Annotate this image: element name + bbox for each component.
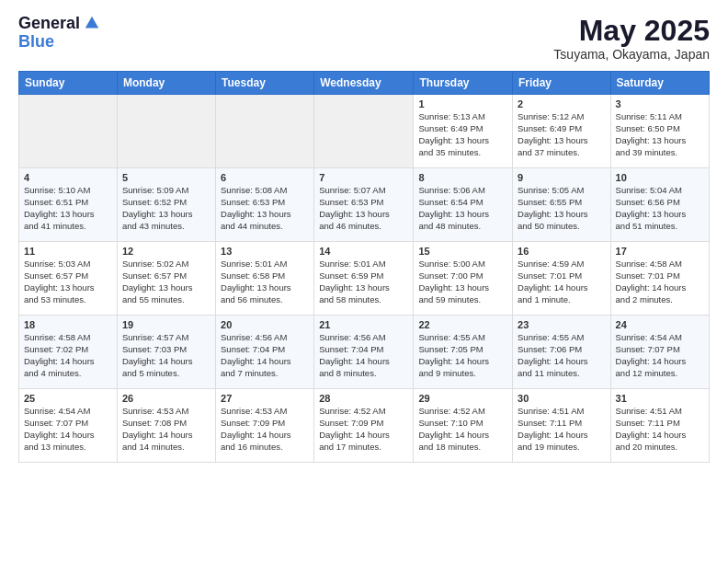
month-year: May 2025 [553, 15, 710, 47]
calendar-body: 1Sunrise: 5:13 AMSunset: 6:49 PMDaylight… [19, 95, 710, 463]
day-info: Sunrise: 4:55 AMSunset: 7:05 PMDaylight:… [418, 332, 507, 379]
day-info: Sunrise: 5:00 AMSunset: 7:00 PMDaylight:… [418, 259, 507, 305]
calendar-cell [314, 95, 414, 168]
day-info: Sunrise: 4:58 AMSunset: 7:02 PMDaylight:… [24, 332, 112, 379]
day-info: Sunrise: 4:54 AMSunset: 7:07 PMDaylight:… [616, 332, 704, 379]
day-number: 10 [616, 172, 704, 183]
day-info: Sunrise: 4:59 AMSunset: 7:01 PMDaylight:… [518, 259, 606, 305]
day-header-saturday: Saturday [610, 72, 709, 95]
page-container: General Blue May 2025 Tsuyama, Okayama, … [0, 0, 728, 481]
day-info: Sunrise: 5:05 AMSunset: 6:55 PMDaylight:… [518, 185, 606, 232]
day-number: 24 [616, 319, 704, 330]
calendar-table: SundayMondayTuesdayWednesdayThursdayFrid… [18, 71, 710, 463]
svg-marker-0 [85, 17, 98, 29]
day-info: Sunrise: 5:12 AMSunset: 6:49 PMDaylight:… [518, 111, 606, 158]
day-number: 3 [616, 98, 704, 109]
day-info: Sunrise: 4:51 AMSunset: 7:11 PMDaylight:… [518, 406, 606, 453]
day-info: Sunrise: 5:10 AMSunset: 6:51 PMDaylight:… [24, 185, 112, 232]
day-info: Sunrise: 4:55 AMSunset: 7:06 PMDaylight:… [518, 332, 606, 379]
day-info: Sunrise: 5:07 AMSunset: 6:53 PMDaylight:… [319, 185, 408, 232]
calendar-cell: 8Sunrise: 5:06 AMSunset: 6:54 PMDaylight… [414, 168, 513, 242]
day-number: 2 [518, 98, 606, 109]
header: General Blue May 2025 Tsuyama, Okayama, … [18, 15, 710, 62]
calendar-cell: 11Sunrise: 5:03 AMSunset: 6:57 PMDayligh… [19, 242, 118, 316]
day-number: 27 [221, 393, 309, 404]
day-number: 31 [616, 393, 704, 404]
day-number: 14 [319, 246, 408, 257]
calendar-cell: 30Sunrise: 4:51 AMSunset: 7:11 PMDayligh… [513, 389, 611, 463]
calendar-cell: 23Sunrise: 4:55 AMSunset: 7:06 PMDayligh… [513, 316, 611, 389]
day-number: 23 [518, 319, 606, 330]
day-number: 17 [616, 246, 704, 257]
calendar-cell: 22Sunrise: 4:55 AMSunset: 7:05 PMDayligh… [414, 316, 513, 389]
week-row-1: 1Sunrise: 5:13 AMSunset: 6:49 PMDaylight… [19, 95, 710, 168]
day-number: 5 [122, 172, 210, 183]
location: Tsuyama, Okayama, Japan [553, 47, 710, 62]
day-info: Sunrise: 4:56 AMSunset: 7:04 PMDaylight:… [319, 332, 408, 379]
day-info: Sunrise: 4:58 AMSunset: 7:01 PMDaylight:… [616, 259, 704, 305]
day-number: 13 [221, 246, 309, 257]
day-info: Sunrise: 5:11 AMSunset: 6:50 PMDaylight:… [616, 111, 704, 158]
calendar-cell: 2Sunrise: 5:12 AMSunset: 6:49 PMDaylight… [513, 95, 611, 168]
calendar-cell: 10Sunrise: 5:04 AMSunset: 6:56 PMDayligh… [610, 168, 709, 242]
day-info: Sunrise: 5:04 AMSunset: 6:56 PMDaylight:… [616, 185, 704, 232]
calendar-cell: 1Sunrise: 5:13 AMSunset: 6:49 PMDaylight… [414, 95, 513, 168]
calendar-cell [117, 95, 215, 168]
day-header-tuesday: Tuesday [216, 72, 314, 95]
day-number: 28 [319, 393, 408, 404]
day-number: 16 [518, 246, 606, 257]
calendar-cell: 20Sunrise: 4:56 AMSunset: 7:04 PMDayligh… [216, 316, 314, 389]
calendar-cell: 25Sunrise: 4:54 AMSunset: 7:07 PMDayligh… [19, 389, 118, 463]
day-info: Sunrise: 4:57 AMSunset: 7:03 PMDaylight:… [122, 332, 210, 379]
day-info: Sunrise: 5:01 AMSunset: 6:58 PMDaylight:… [221, 259, 309, 305]
day-info: Sunrise: 4:56 AMSunset: 7:04 PMDaylight:… [221, 332, 309, 379]
day-header-friday: Friday [513, 72, 611, 95]
day-number: 15 [418, 246, 507, 257]
logo: General Blue [18, 15, 100, 52]
day-number: 8 [418, 172, 507, 183]
day-number: 22 [418, 319, 507, 330]
calendar-cell: 12Sunrise: 5:02 AMSunset: 6:57 PMDayligh… [117, 242, 215, 316]
day-info: Sunrise: 4:53 AMSunset: 7:08 PMDaylight:… [122, 406, 210, 453]
day-number: 7 [319, 172, 408, 183]
day-info: Sunrise: 5:08 AMSunset: 6:53 PMDaylight:… [221, 185, 309, 232]
calendar-cell: 3Sunrise: 5:11 AMSunset: 6:50 PMDaylight… [610, 95, 709, 168]
calendar-header: SundayMondayTuesdayWednesdayThursdayFrid… [19, 72, 710, 95]
calendar-cell: 21Sunrise: 4:56 AMSunset: 7:04 PMDayligh… [314, 316, 414, 389]
calendar-cell: 24Sunrise: 4:54 AMSunset: 7:07 PMDayligh… [610, 316, 709, 389]
week-row-2: 4Sunrise: 5:10 AMSunset: 6:51 PMDaylight… [19, 168, 710, 242]
day-number: 21 [319, 319, 408, 330]
calendar-cell: 18Sunrise: 4:58 AMSunset: 7:02 PMDayligh… [19, 316, 118, 389]
day-number: 12 [122, 246, 210, 257]
day-info: Sunrise: 5:09 AMSunset: 6:52 PMDaylight:… [122, 185, 210, 232]
day-header-thursday: Thursday [414, 72, 513, 95]
day-number: 19 [122, 319, 210, 330]
day-info: Sunrise: 4:52 AMSunset: 7:09 PMDaylight:… [319, 406, 408, 453]
week-row-4: 18Sunrise: 4:58 AMSunset: 7:02 PMDayligh… [19, 316, 710, 389]
calendar-cell: 5Sunrise: 5:09 AMSunset: 6:52 PMDaylight… [117, 168, 215, 242]
day-number: 29 [418, 393, 507, 404]
day-number: 30 [518, 393, 606, 404]
day-info: Sunrise: 5:01 AMSunset: 6:59 PMDaylight:… [319, 259, 408, 305]
logo-blue-text: Blue [18, 33, 100, 52]
calendar-cell: 27Sunrise: 4:53 AMSunset: 7:09 PMDayligh… [216, 389, 314, 463]
calendar-cell: 28Sunrise: 4:52 AMSunset: 7:09 PMDayligh… [314, 389, 414, 463]
day-info: Sunrise: 4:51 AMSunset: 7:11 PMDaylight:… [616, 406, 704, 453]
day-number: 26 [122, 393, 210, 404]
day-info: Sunrise: 5:03 AMSunset: 6:57 PMDaylight:… [24, 259, 112, 305]
day-number: 25 [24, 393, 112, 404]
calendar-cell: 26Sunrise: 4:53 AMSunset: 7:08 PMDayligh… [117, 389, 215, 463]
calendar-cell: 6Sunrise: 5:08 AMSunset: 6:53 PMDaylight… [216, 168, 314, 242]
day-number: 20 [221, 319, 309, 330]
day-number: 18 [24, 319, 112, 330]
day-info: Sunrise: 5:02 AMSunset: 6:57 PMDaylight:… [122, 259, 210, 305]
day-number: 11 [24, 246, 112, 257]
header-row: SundayMondayTuesdayWednesdayThursdayFrid… [19, 72, 710, 95]
day-number: 9 [518, 172, 606, 183]
day-info: Sunrise: 5:06 AMSunset: 6:54 PMDaylight:… [418, 185, 507, 232]
calendar-cell: 4Sunrise: 5:10 AMSunset: 6:51 PMDaylight… [19, 168, 118, 242]
day-info: Sunrise: 4:52 AMSunset: 7:10 PMDaylight:… [418, 406, 507, 453]
logo-general-text: General [18, 15, 80, 33]
calendar-cell: 19Sunrise: 4:57 AMSunset: 7:03 PMDayligh… [117, 316, 215, 389]
calendar-cell [19, 95, 118, 168]
